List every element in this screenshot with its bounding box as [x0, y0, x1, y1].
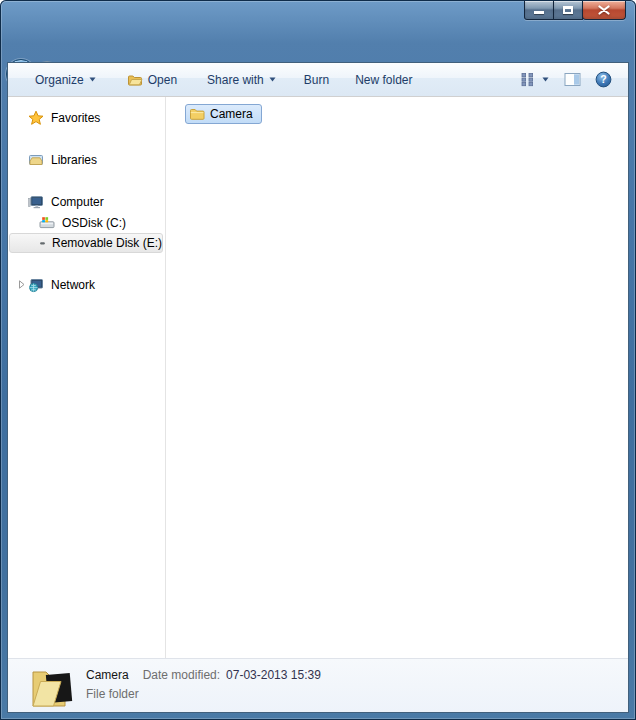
- svg-text:?: ?: [600, 73, 606, 85]
- file-item-camera[interactable]: Camera: [185, 104, 262, 124]
- libraries-icon: [28, 152, 44, 168]
- close-icon: [598, 5, 610, 15]
- preview-pane-icon: [564, 72, 581, 87]
- hard-drive-icon: [39, 215, 55, 231]
- views-button[interactable]: [516, 69, 553, 90]
- details-date-value: 07-03-2013 15:39: [226, 668, 321, 682]
- window-body: Organize Open Share with Burn New folder: [7, 62, 629, 713]
- organize-button[interactable]: Organize: [25, 68, 106, 92]
- details-date-label: Date modified:: [143, 668, 220, 682]
- open-label: Open: [148, 73, 177, 87]
- sidebar-item-label: OSDisk (C:): [62, 216, 126, 230]
- help-icon: ?: [595, 71, 612, 88]
- removable-drive-icon: [40, 235, 45, 251]
- new-folder-label: New folder: [355, 73, 412, 87]
- maximize-icon: [563, 6, 573, 14]
- minimize-icon: [534, 11, 544, 14]
- sidebar-item-network[interactable]: Network: [8, 274, 165, 295]
- folder-icon: [189, 106, 205, 122]
- window-controls: [525, 1, 626, 20]
- sidebar-item-osdisk-c[interactable]: OSDisk (C:): [8, 212, 165, 233]
- organize-label: Organize: [35, 73, 84, 87]
- file-list[interactable]: Camera: [166, 97, 628, 658]
- chevron-down-icon: [269, 77, 276, 82]
- details-file-name: Camera: [86, 668, 129, 682]
- sidebar-item-label: Libraries: [51, 153, 97, 167]
- toolbar-right-group: ?: [516, 68, 615, 91]
- open-button[interactable]: Open: [117, 68, 187, 92]
- file-item-label: Camera: [210, 107, 253, 121]
- new-folder-button[interactable]: New folder: [345, 68, 422, 92]
- help-button[interactable]: ?: [592, 68, 615, 91]
- sidebar-item-label: Network: [51, 278, 95, 292]
- details-file-type: File folder: [86, 687, 139, 701]
- chevron-down-icon: [89, 77, 96, 82]
- computer-icon: [28, 194, 44, 210]
- expand-arrow-icon[interactable]: [15, 278, 28, 294]
- details-pane: Camera Date modified: 07-03-2013 15:39 F…: [8, 658, 628, 712]
- star-icon: [28, 110, 44, 126]
- sidebar-item-label: Computer: [51, 195, 104, 209]
- share-with-label: Share with: [207, 73, 264, 87]
- sidebar-item-removable-e[interactable]: Removable Disk (E:): [9, 233, 163, 253]
- open-folder-icon: [127, 72, 143, 88]
- close-button[interactable]: [582, 1, 626, 20]
- navigation-bar: « Removable Disk (E:) DCIM: [0, 28, 636, 62]
- main-area: Favorites Libraries Computer OSDisk (C:): [8, 97, 628, 658]
- explorer-window: « Removable Disk (E:) DCIM: [0, 0, 636, 720]
- command-bar: Organize Open Share with Burn New folder: [8, 63, 628, 97]
- navigation-pane: Favorites Libraries Computer OSDisk (C:): [8, 97, 166, 658]
- views-grid-icon: [520, 72, 536, 87]
- minimize-button[interactable]: [524, 1, 554, 20]
- maximize-button[interactable]: [553, 1, 583, 20]
- sidebar-item-label: Removable Disk (E:): [52, 236, 162, 250]
- titlebar[interactable]: [0, 0, 636, 28]
- network-icon: [28, 277, 44, 293]
- burn-button[interactable]: Burn: [294, 68, 339, 92]
- share-with-button[interactable]: Share with: [197, 68, 286, 92]
- preview-pane-button[interactable]: [561, 69, 584, 90]
- sidebar-item-computer[interactable]: Computer: [8, 191, 165, 212]
- burn-label: Burn: [304, 73, 329, 87]
- chevron-down-icon: [542, 77, 549, 82]
- folder-icon-large: [30, 662, 78, 714]
- sidebar-item-label: Favorites: [51, 111, 100, 125]
- sidebar-item-libraries[interactable]: Libraries: [8, 149, 165, 170]
- details-text: Camera Date modified: 07-03-2013 15:39 F…: [86, 668, 321, 701]
- sidebar-item-favorites[interactable]: Favorites: [8, 107, 165, 128]
